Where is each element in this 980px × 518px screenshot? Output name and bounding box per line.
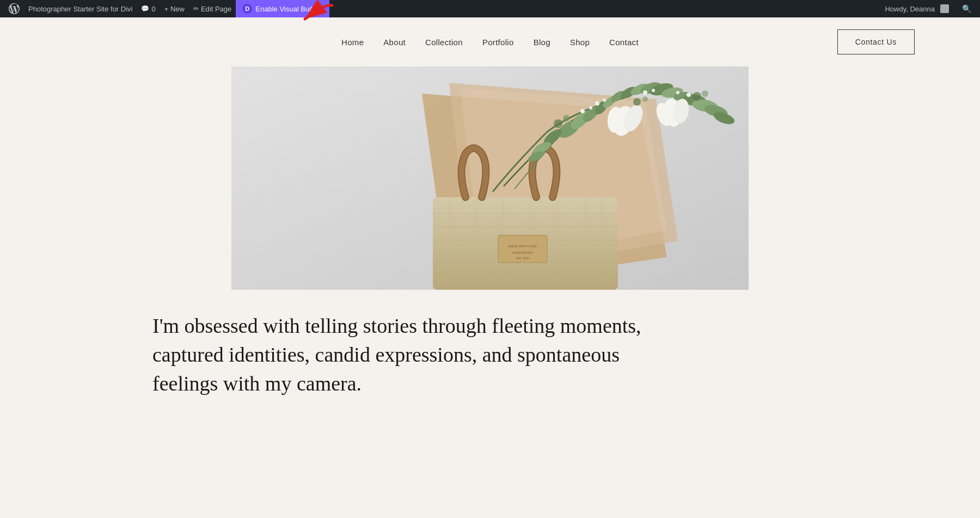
svg-point-54 xyxy=(589,106,592,109)
nav-item-collection[interactable]: Collection xyxy=(425,38,463,47)
svg-point-53 xyxy=(580,109,585,113)
hero-section: MADE WITH LOVE HANDCRAFTED EST. 2020 xyxy=(0,66,980,290)
site-header: Home About Collection Portfolio Blog Sho… xyxy=(0,17,980,66)
svg-point-56 xyxy=(603,99,606,102)
new-label: + New xyxy=(164,5,185,13)
nav-item-contact[interactable]: Contact xyxy=(609,38,639,47)
admin-bar: Photographer Starter Site for Divi 💬 0 +… xyxy=(0,0,980,17)
divi-icon: D xyxy=(242,4,252,14)
svg-point-55 xyxy=(595,101,599,106)
svg-point-58 xyxy=(652,89,655,92)
search-icon[interactable]: 🔍 xyxy=(962,4,971,13)
svg-point-57 xyxy=(643,90,647,95)
svg-text:HANDCRAFTED: HANDCRAFTED xyxy=(512,251,533,254)
svg-point-52 xyxy=(702,90,708,97)
svg-text:EST. 2020: EST. 2020 xyxy=(516,257,529,260)
wordpress-logo-button[interactable] xyxy=(4,0,24,17)
svg-point-48 xyxy=(563,115,569,121)
svg-point-50 xyxy=(642,96,648,102)
svg-point-47 xyxy=(554,119,562,128)
svg-point-59 xyxy=(687,93,691,97)
nav-item-blog[interactable]: Blog xyxy=(534,38,550,47)
user-greeting[interactable]: Howdy, Deanna 🔍 xyxy=(880,4,976,13)
edit-page-button[interactable]: ✏ Edit Page xyxy=(189,0,236,17)
svg-point-51 xyxy=(693,92,701,101)
comments-button[interactable]: 💬 0 xyxy=(137,0,160,17)
svg-point-49 xyxy=(633,98,641,106)
contact-us-button[interactable]: Contact Us xyxy=(837,29,915,54)
svg-text:MADE WITH LOVE: MADE WITH LOVE xyxy=(509,245,537,248)
divi-label: Enable Visual Builder xyxy=(255,5,322,13)
nav-item-portfolio[interactable]: Portfolio xyxy=(482,38,514,47)
main-nav: Home About Collection Portfolio Blog Sho… xyxy=(341,38,639,47)
quote-section: I'm obsessed with telling stories throug… xyxy=(0,290,980,431)
comments-count: 0 xyxy=(151,5,155,13)
edit-page-label: Edit Page xyxy=(201,5,231,13)
enable-visual-builder-button[interactable]: D Enable Visual Builder xyxy=(236,0,329,17)
howdy-label: Howdy, Deanna xyxy=(885,5,935,13)
svg-point-60 xyxy=(676,91,679,94)
hero-illustration: MADE WITH LOVE HANDCRAFTED EST. 2020 xyxy=(231,66,749,290)
quote-text: I'm obsessed with telling stories throug… xyxy=(152,312,642,399)
nav-item-home[interactable]: Home xyxy=(341,38,364,47)
site-name-button[interactable]: Photographer Starter Site for Divi xyxy=(24,0,137,17)
hero-image: MADE WITH LOVE HANDCRAFTED EST. 2020 xyxy=(231,66,749,290)
new-button[interactable]: + New xyxy=(160,0,189,17)
nav-item-shop[interactable]: Shop xyxy=(570,38,590,47)
pencil-icon: ✏ xyxy=(193,5,199,13)
comment-icon: 💬 xyxy=(141,5,149,13)
user-avatar xyxy=(940,4,949,13)
site-name-label: Photographer Starter Site for Divi xyxy=(28,5,132,13)
nav-item-about[interactable]: About xyxy=(383,38,406,47)
